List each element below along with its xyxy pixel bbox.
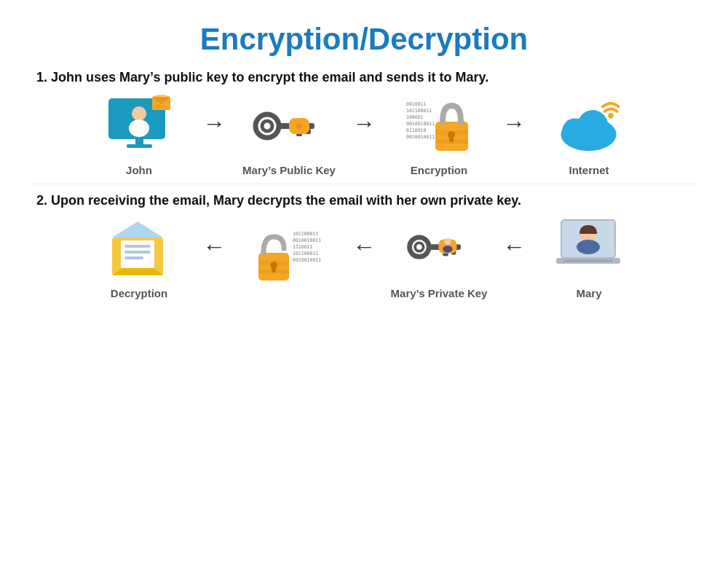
- arrow-1: →: [202, 110, 226, 137]
- svg-point-60: [577, 240, 600, 254]
- svg-rect-36: [124, 245, 151, 248]
- svg-point-2: [132, 106, 146, 121]
- encryption-item: 0010011 101100011 100001 0010010011 0110…: [377, 93, 501, 176]
- row-1: John →: [29, 93, 699, 176]
- svg-rect-26: [449, 135, 454, 142]
- section-2: 2. Upon receiving the email, Mary decryp…: [29, 193, 699, 299]
- john-monitor-svg: [105, 95, 174, 157]
- step2-label: 2. Upon receiving the email, Mary decryp…: [29, 193, 699, 208]
- internet-label: Internet: [569, 164, 609, 176]
- svg-text:0010010011: 0010010011: [293, 238, 321, 243]
- decryption-lock-item: 101100011 0010010011 1110011 101100011 0…: [227, 222, 351, 294]
- svg-point-30: [591, 121, 613, 143]
- svg-marker-8: [152, 95, 170, 97]
- svg-rect-5: [127, 144, 152, 148]
- svg-rect-62: [563, 259, 613, 262]
- arrow-2: →: [352, 110, 376, 137]
- svg-point-55: [444, 238, 451, 246]
- svg-text:0110010: 0110010: [406, 127, 426, 133]
- internet-item: Internet: [527, 93, 651, 176]
- svg-text:101100011: 101100011: [293, 231, 318, 237]
- marys-public-key-item: Mary’s Public Key: [227, 93, 351, 176]
- mary-label: Mary: [576, 287, 601, 299]
- encryption-icon: 0010011 101100011 100001 0010010011 0110…: [403, 93, 475, 158]
- arrow-5: ←: [352, 233, 376, 260]
- svg-text:0010010011: 0010010011: [406, 121, 435, 127]
- marys-public-key-icon: [253, 93, 325, 158]
- john-label: John: [126, 164, 152, 176]
- svg-marker-34: [112, 221, 163, 238]
- internet-icon: [553, 93, 625, 158]
- arrow-3: →: [502, 110, 526, 137]
- svg-point-56: [443, 246, 452, 253]
- unlock-svg: 101100011 0010010011 1110011 101100011 0…: [255, 222, 324, 288]
- svg-text:100001: 100001: [406, 114, 424, 120]
- svg-point-31: [608, 112, 614, 118]
- john-icon: [103, 93, 175, 158]
- cloud-svg: [553, 95, 625, 157]
- svg-point-10: [262, 121, 272, 131]
- decryption-icon: [103, 216, 175, 281]
- page-title: Encryption/Decryption: [29, 15, 699, 57]
- svg-point-49: [410, 238, 430, 257]
- step1-label: 1. John uses Mary’s public key to encryp…: [29, 70, 699, 85]
- svg-rect-38: [124, 256, 143, 259]
- encryption-label: Encryption: [411, 164, 467, 176]
- marys-private-key-icon: [403, 216, 475, 281]
- arrow-4: ←: [202, 233, 226, 260]
- mail-svg: [105, 216, 174, 281]
- laptop-svg: [553, 216, 625, 280]
- arrow-6: ←: [502, 233, 526, 260]
- decryption-item: Decryption: [77, 216, 201, 299]
- decryption-label: Decryption: [111, 287, 167, 299]
- page: Encryption/Decryption 1. John uses Mary’…: [0, 0, 728, 569]
- svg-point-3: [129, 119, 149, 137]
- key-svg: [253, 106, 325, 146]
- section-divider: [29, 184, 699, 184]
- svg-point-9: [256, 114, 279, 138]
- svg-text:101100011: 101100011: [406, 108, 432, 114]
- svg-point-50: [415, 243, 423, 251]
- svg-text:0010010011: 0010010011: [293, 257, 321, 263]
- marys-private-key-item: Mary’s Private Key: [377, 216, 501, 299]
- svg-text:0010011: 0010011: [406, 101, 426, 107]
- row-2: Decryption ← 101100011 0010010011 111001…: [29, 216, 699, 299]
- svg-text:101100011: 101100011: [293, 251, 318, 256]
- private-key-svg: [403, 219, 475, 278]
- decryption-lock-icon: 101100011 0010010011 1110011 101100011 0…: [253, 222, 325, 288]
- mary-item: Mary: [527, 216, 651, 299]
- lock-svg: 0010011 101100011 100001 0010010011 0110…: [405, 93, 474, 158]
- svg-rect-4: [135, 139, 143, 144]
- svg-text:1110011: 1110011: [293, 244, 312, 250]
- svg-point-15: [296, 123, 302, 129]
- mary-icon: [553, 216, 625, 281]
- svg-rect-48: [272, 265, 276, 272]
- svg-rect-37: [124, 251, 151, 254]
- marys-private-key-label: Mary’s Private Key: [391, 287, 488, 299]
- john-item: John: [77, 93, 201, 176]
- marys-public-key-label: Mary’s Public Key: [242, 164, 336, 176]
- section-1: 1. John uses Mary’s public key to encryp…: [29, 70, 699, 176]
- svg-text:0010010011: 0010010011: [406, 134, 435, 140]
- svg-rect-35: [121, 240, 154, 268]
